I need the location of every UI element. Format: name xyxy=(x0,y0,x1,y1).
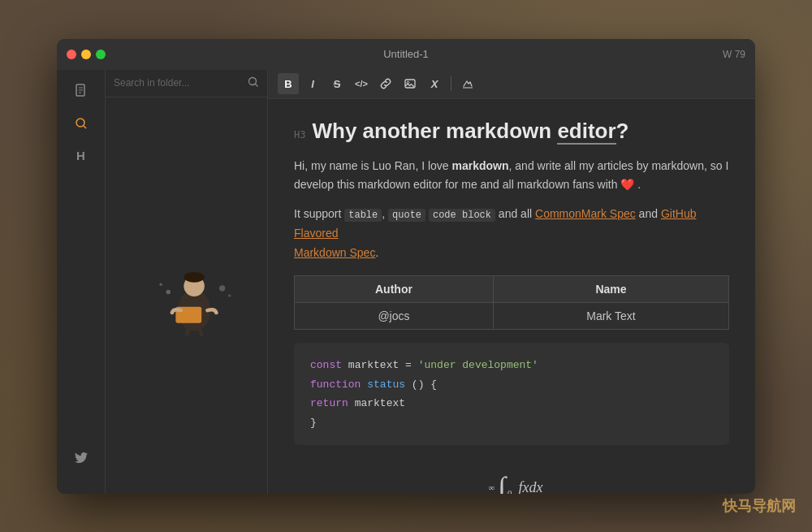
code-fn-status: status xyxy=(367,378,405,391)
para2-end: . xyxy=(375,246,378,259)
integral-upper-limit: ∞ xyxy=(488,482,495,492)
main-heading-text: Why another markdown xyxy=(312,119,557,143)
sidebar-search-icon[interactable] xyxy=(68,110,94,136)
toolbar-clear-button[interactable] xyxy=(457,73,478,94)
svg-point-15 xyxy=(166,289,170,293)
traffic-lights xyxy=(67,50,106,59)
svg-point-6 xyxy=(249,77,257,84)
math-expression: fxdx xyxy=(519,479,543,494)
sidebar-heading-icon[interactable]: H xyxy=(68,143,94,169)
highlighted-word: editor xyxy=(557,119,615,145)
math-formula: ∞ ∫ 0 fxdx xyxy=(480,474,542,493)
svg-point-16 xyxy=(159,283,162,286)
para1-period: . xyxy=(637,178,641,191)
para2-comma1: , xyxy=(382,207,388,220)
window-title: Untitled-1 xyxy=(383,48,429,60)
illustration-area xyxy=(106,97,267,494)
table-cell-author: @jocs xyxy=(295,303,494,330)
main-heading: Why another markdown editor? xyxy=(312,119,628,144)
heading-label: H3 xyxy=(294,129,305,141)
para2-and: and all xyxy=(495,207,535,220)
code-function: function xyxy=(310,378,361,391)
sidebar-bottom xyxy=(68,445,94,486)
sidebar-file-icon[interactable] xyxy=(68,78,94,104)
table-row: @jocs Mark Text xyxy=(295,303,729,330)
math-block: ∞ ∫ 0 fxdx xyxy=(294,458,729,493)
heading-row: H3 Why another markdown editor? xyxy=(294,119,729,144)
paragraph-2: It support table, quote code block and a… xyxy=(294,205,729,262)
table-header-row: Author Name xyxy=(295,276,729,303)
search-submit-icon[interactable] xyxy=(248,76,259,90)
code-const: const xyxy=(310,359,342,371)
code-line-2: function status () { xyxy=(310,375,713,394)
title-bar: Untitled-1 W 79 xyxy=(57,39,755,70)
svg-line-7 xyxy=(256,84,258,86)
svg-point-17 xyxy=(219,285,225,291)
code-close-brace: } xyxy=(310,417,317,429)
toolbar-strikethrough-button[interactable]: S xyxy=(326,73,348,94)
svg-line-5 xyxy=(84,126,86,128)
illustration-svg xyxy=(138,255,235,336)
inline-code-quote: quote xyxy=(388,209,425,222)
toolbar-math-button[interactable]: X xyxy=(424,73,445,94)
code-line-4: } xyxy=(310,413,713,432)
svg-point-10 xyxy=(184,271,204,282)
sidebar-twitter-icon[interactable] xyxy=(68,445,94,471)
maximize-button[interactable] xyxy=(96,50,106,59)
file-panel xyxy=(106,70,268,494)
toolbar-bold-button[interactable]: B xyxy=(278,73,299,94)
code-line-1: const marktext = 'under development' xyxy=(310,356,713,374)
editor-toolbar: B I S </> X xyxy=(268,70,755,99)
code-return-val: marktext xyxy=(355,397,405,409)
toolbar-italic-button[interactable]: I xyxy=(302,73,323,94)
svg-point-4 xyxy=(76,119,84,127)
close-button[interactable] xyxy=(67,50,76,59)
table-cell-name: Mark Text xyxy=(493,303,728,330)
code-block: const marktext = 'under development' fun… xyxy=(294,343,729,445)
editor-area[interactable]: B I S </> X xyxy=(268,70,755,494)
inline-code-codeblock: code block xyxy=(429,209,495,222)
editor-content[interactable]: H3 Why another markdown editor? Hi, my n… xyxy=(268,99,755,494)
code-equals: = xyxy=(405,359,418,371)
svg-point-20 xyxy=(407,81,409,84)
code-string-value: 'under development' xyxy=(418,359,538,371)
markdown-table: Author Name @jocs Mark Text xyxy=(294,275,729,330)
integral-limits: ∞ xyxy=(480,482,495,492)
heading-icon-label: H xyxy=(76,149,85,162)
integral-symbol: ∫ xyxy=(498,474,506,493)
link-commonmark[interactable]: CommonMark Spec xyxy=(535,207,636,220)
para1-text1: Hi, my name is Luo Ran, I love xyxy=(294,159,452,172)
minimize-button[interactable] xyxy=(81,50,91,59)
code-line-3: return marktext xyxy=(310,394,713,413)
search-input[interactable] xyxy=(114,77,243,89)
integral-lower-limit: 0 xyxy=(508,488,512,493)
sidebar: H xyxy=(57,70,106,494)
svg-point-18 xyxy=(227,294,231,297)
paragraph-1: Hi, my name is Luo Ran, I love markdown,… xyxy=(294,157,729,196)
search-bar xyxy=(106,70,267,97)
toolbar-image-button[interactable] xyxy=(400,73,421,94)
main-heading-end: ? xyxy=(616,119,629,143)
code-return: return xyxy=(310,397,348,409)
para1-bold: markdown xyxy=(452,159,509,172)
code-params: () { xyxy=(412,378,437,391)
app-window: Untitled-1 W 79 H xyxy=(57,39,755,494)
code-var-marktext: marktext xyxy=(348,359,399,371)
heart-emoji: ❤️ xyxy=(620,178,634,191)
para2-and2: and xyxy=(636,207,661,220)
main-area: H xyxy=(57,70,755,494)
inline-code-table: table xyxy=(344,209,382,222)
table-header-name: Name xyxy=(493,276,728,303)
para2-start: It support xyxy=(294,207,344,220)
toolbar-code-button[interactable]: </> xyxy=(351,73,372,94)
toolbar-link-button[interactable] xyxy=(375,73,396,94)
table-header-author: Author xyxy=(295,276,494,303)
word-count: W 79 xyxy=(723,49,745,60)
watermark: 快马导航网 xyxy=(723,496,796,516)
toolbar-divider xyxy=(451,76,451,91)
